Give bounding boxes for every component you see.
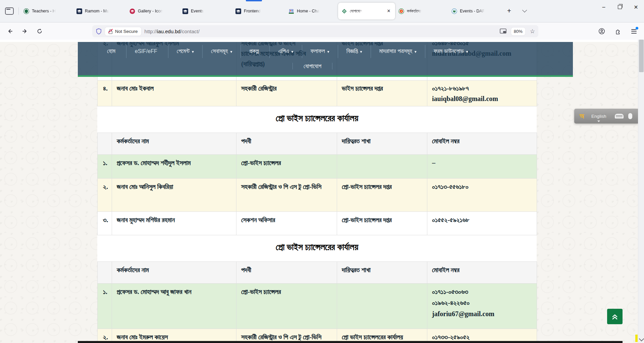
scroll-to-top-button[interactable] [607, 309, 623, 324]
browser-tab-gallery[interactable]: Gallery - Icon [126, 3, 179, 19]
header-name: কর্মকর্তাদের নাম [112, 262, 236, 284]
cell-position: প্রো-ভাইস চ্যান্সেলর [236, 284, 337, 329]
caret-down-icon: ▾ [360, 49, 362, 54]
header-serial [98, 262, 112, 284]
nav-item-form-download[interactable]: ফরম ডাউনলোড▾ [425, 45, 477, 58]
tab-title: Events - DAF [460, 9, 485, 13]
grad-cap-icon [76, 8, 82, 14]
avro-logo-icon[interactable]: অ [580, 112, 584, 120]
close-button[interactable]: ✕ [628, 0, 644, 14]
url-domain: iau.edu.bd [157, 29, 180, 34]
browser-tab-ramom[interactable]: Ramom - Mu [73, 3, 126, 19]
nav-item-notices[interactable]: বিজ্ঞপ্তি▾ [338, 45, 371, 58]
cell-position: সহকারী রেজিস্ট্রার [236, 81, 337, 106]
window-controls: – ✕ [596, 0, 644, 14]
browser-tab-contact-active[interactable]: যোগাযোগ ✕ [338, 3, 395, 19]
cell-branch [337, 284, 427, 329]
nav-item-projects[interactable]: প্রকল্প [241, 45, 270, 58]
cell-serial: ৩. [98, 212, 112, 235]
firefox-view-button[interactable] [3, 5, 15, 17]
security-chip[interactable]: Not Secure [105, 27, 141, 36]
reload-button[interactable] [34, 25, 46, 37]
tabs-container: Teachers - H Ramom - Mu Gallery - Icon E… [20, 3, 501, 19]
scrollbar-down-arrow[interactable] [639, 336, 644, 342]
site-navbar: হোম eSIF/eFF পেমেন্ট▾ সেবাসমূহ▾ প্রকল্প … [78, 42, 573, 77]
keyboard-icon[interactable] [615, 114, 624, 118]
nav-item-madrasah-letters[interactable]: মাদরাসার পত্রসমূহ▾ [371, 45, 425, 58]
cell-mobile: ০১৭১৩-৫৫৬১৮০ [427, 179, 537, 212]
contact-table-pro-vc-2: কর্মকর্তাদের নাম পদবী দায়িত্বরত শাখা মো… [97, 261, 537, 343]
browser-tab-officers[interactable]: কর্মকর্তাদের [395, 3, 448, 19]
avro-language-selector[interactable]: English [591, 114, 606, 119]
header-branch: দায়িত্বরত শাখা [337, 133, 427, 155]
email-address: iauiqbal08@gmail.com [432, 94, 532, 104]
forward-button[interactable] [19, 25, 31, 37]
header-name: কর্মকর্তাদের নাম [112, 133, 236, 155]
account-icon[interactable] [596, 25, 608, 37]
avro-language-label: English [591, 114, 606, 119]
picture-in-picture-icon[interactable] [500, 29, 506, 34]
nav-item-contact[interactable]: যোগাযোগ [292, 63, 332, 69]
extensions-puzzle-icon[interactable] [612, 25, 624, 37]
tabstrip-separator [18, 7, 19, 15]
navigation-toolbar: Not Secure http://iau.edu.bd/contact/ 80… [0, 22, 644, 40]
url-text[interactable]: http://iau.edu.bd/contact/ [145, 29, 200, 34]
header-mobile: মোবাইল নম্বর [427, 133, 537, 155]
cell-branch [337, 155, 427, 179]
cell-serial: ৪. [98, 81, 112, 106]
table-header-row: কর্মকর্তাদের নাম পদবী দায়িত্বরত শাখা মো… [98, 262, 537, 284]
browser-tab-home[interactable]: Home - Cha [285, 3, 338, 19]
browser-tab-events-daf[interactable]: Events - DAF [448, 3, 501, 19]
table-row: ১. প্রফেসর ড. মোহাম্মদ শহীদুল ইসলাম প্রো… [98, 155, 537, 179]
url-bar[interactable]: Not Secure http://iau.edu.bd/contact/ 80… [92, 25, 538, 37]
browser-tab-events[interactable]: Events [179, 3, 232, 19]
firefox-view-icon [5, 7, 14, 15]
tab-overflow-button[interactable] [519, 5, 530, 16]
nav-item-results[interactable]: ফলাফল▾ [302, 45, 338, 58]
cell-position: প্রো-ভাইস চ্যান্সেলর [236, 155, 337, 179]
back-button[interactable] [4, 25, 16, 37]
nav-item-apa[interactable]: এপিএ▾ [270, 45, 302, 58]
cell-name: জনাব মোঃ আনিসুল কিবরিয়া [112, 179, 236, 212]
bookmark-star-icon[interactable]: ☆ [530, 28, 535, 35]
contact-table-pro-vc-1: কর্মকর্তাদের নাম পদবী দায়িত্বরত শাখা মো… [97, 133, 537, 235]
tab-title: Frontend [244, 9, 261, 13]
restore-icon [618, 5, 622, 9]
cell-name: প্রফেসর ড. মোহাম্মদ শহীদুল ইসলাম [112, 155, 236, 179]
avro-keyboard-toolbar[interactable]: অ English [574, 109, 638, 124]
caret-down-icon: ▾ [230, 49, 232, 54]
caret-down-icon: ▾ [192, 49, 194, 54]
tab-close-icon[interactable]: ✕ [386, 8, 392, 14]
footer-edge-strip [78, 341, 623, 343]
minimize-button[interactable]: – [596, 0, 612, 14]
table-row: ১. প্রফেসর ড. মোহাম্মদ আবু জাফর খান প্রো… [98, 284, 537, 329]
tracking-shield-icon[interactable] [96, 28, 102, 35]
caret-down-icon: ▾ [466, 49, 468, 54]
zoom-level-badge[interactable]: 80% [511, 28, 525, 35]
university-crest-icon [23, 8, 29, 14]
grad-cap-icon [235, 8, 241, 14]
nav-item-payment[interactable]: পেমেন্ট▾ [168, 45, 203, 58]
cell-name: জনাব মুহাম্মদ মশিউর রহমান [112, 212, 236, 235]
nav-item-services[interactable]: সেবাসমূহ▾ [203, 45, 241, 58]
cell-position: সেকশন অফিসার [236, 212, 337, 235]
browser-tab-teachers[interactable]: Teachers - H [20, 3, 73, 19]
double-chevron-up-icon [610, 312, 620, 321]
cell-serial: ১. [98, 155, 112, 179]
scrollbar[interactable] [638, 40, 644, 343]
scrollbar-thumb[interactable] [639, 40, 644, 72]
cell-branch: প্রো-ভাইস চ্যান্সেলর দপ্তর [337, 179, 427, 212]
browser-tab-frontend[interactable]: Frontend [232, 3, 285, 19]
tab-title: Ramom - Mu [85, 9, 109, 13]
new-tab-button[interactable]: + [504, 5, 515, 16]
nav-item-esif-eff[interactable]: eSIF/eFF [126, 45, 168, 58]
restore-button[interactable] [612, 0, 628, 14]
nav-item-home[interactable]: হোম [99, 45, 126, 58]
round-emblem-icon [451, 8, 457, 14]
email-address: jaforiu67@gmail.com [432, 308, 532, 320]
grad-cap-icon [182, 8, 188, 14]
iau-diamond-icon [341, 8, 347, 14]
cell-mobile: – [427, 155, 537, 179]
scroll-marker [635, 335, 638, 342]
mouse-icon[interactable] [628, 113, 632, 119]
